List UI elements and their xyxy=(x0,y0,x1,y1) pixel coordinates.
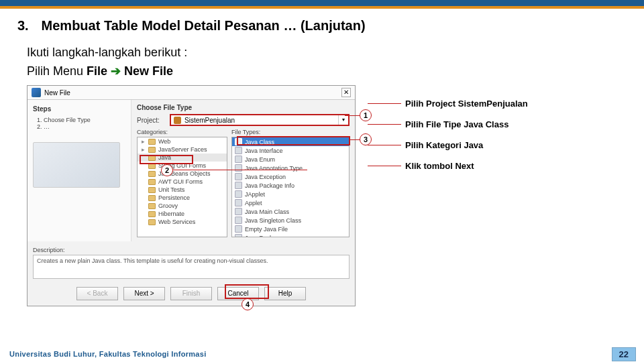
project-label: Project: xyxy=(137,117,167,124)
filetype-java-class: Java Class xyxy=(232,137,349,146)
filetype-item: Java Interface xyxy=(232,146,349,155)
back-button[interactable]: < Back xyxy=(76,287,118,300)
callout-1-text: Pilih Project SistemPenjualan xyxy=(405,99,528,109)
filetype-item: Java Exception xyxy=(232,172,349,181)
connector-2a xyxy=(173,170,307,170)
marker-2: 2 xyxy=(161,164,173,176)
new-file-dialog: New File ✕ Steps Choose File Type … xyxy=(27,85,356,306)
category-item: Hibernate xyxy=(138,210,227,218)
slide-heading: 3. Membuat Table Model Detail Pesanan … … xyxy=(17,18,627,34)
callout-line xyxy=(368,103,401,104)
callout-line xyxy=(368,124,401,125)
description-label: Description: xyxy=(33,247,350,253)
category-item: Groovy xyxy=(138,202,227,210)
step-1: Choose File Type xyxy=(44,117,125,123)
category-item: Web Services xyxy=(138,218,227,226)
project-value: SistemPenjualan xyxy=(184,117,235,124)
cancel-button[interactable]: Cancel xyxy=(217,287,259,300)
intro2-prefix: Pilih Menu xyxy=(27,64,87,78)
dialog-wrapper: New File ✕ Steps Choose File Type … xyxy=(27,85,356,306)
project-icon xyxy=(174,117,181,124)
filetype-item: Java Main Class xyxy=(232,207,349,216)
chevron-down-icon: ▾ xyxy=(338,115,347,125)
arrow-icon: ➔ xyxy=(111,64,121,78)
category-item: AWT GUI Forms xyxy=(138,178,227,186)
wizard-steps-panel: Steps Choose File Type … xyxy=(28,100,131,241)
page-number-badge: 22 xyxy=(612,347,636,361)
connector-1 xyxy=(345,115,361,116)
filetype-item: Java Enum xyxy=(232,155,349,164)
next-button[interactable]: Next > xyxy=(123,287,165,300)
filetypes-label: File Types: xyxy=(231,129,350,135)
filetype-item: Java Package xyxy=(232,233,349,237)
filetype-item: Empty Java File xyxy=(232,225,349,233)
close-icon[interactable]: ✕ xyxy=(341,88,351,97)
description-text: Creates a new plain Java class. This tem… xyxy=(33,255,350,279)
intro2-bold-file: File xyxy=(87,64,107,78)
slide-content: 3. Membuat Table Model Detail Pesanan … … xyxy=(0,9,644,306)
intro2-bold-newfile: New File xyxy=(124,64,173,78)
project-select[interactable]: SistemPenjualan ▾ xyxy=(170,114,350,126)
filetypes-listbox[interactable]: Java Class Java Interface Java Enum Java… xyxy=(231,137,350,237)
filetype-item: Java Annotation Type xyxy=(232,164,349,172)
category-item: JavaBeans Objects xyxy=(138,170,227,178)
category-item: Unit Tests xyxy=(138,186,227,194)
dialog-title-text: New File xyxy=(44,89,70,97)
callout-3: Pilih Kategori Java xyxy=(368,140,609,150)
choose-title: Choose File Type xyxy=(137,104,350,111)
callout-2-text: Pilih File Tipe Java Class xyxy=(405,119,508,129)
category-item: Persistence xyxy=(138,194,227,202)
callout-3-text: Pilih Kategori Java xyxy=(405,140,483,150)
callout-4-text: Klik tombol Next xyxy=(405,161,474,171)
categories-label: Categories: xyxy=(137,129,227,135)
steps-heading: Steps xyxy=(33,105,125,113)
step-2: … xyxy=(44,123,125,130)
marker-4: 4 xyxy=(241,298,254,310)
dialog-titlebar: New File ✕ xyxy=(28,86,355,100)
heading-number: 3. xyxy=(17,18,38,34)
marker-1: 1 xyxy=(360,109,372,121)
wizard-decor-image xyxy=(33,142,120,188)
filetype-item: Java Singleton Class xyxy=(232,216,349,225)
category-item: Swing GUI Forms xyxy=(138,162,227,170)
intro-line-2: Pilih Menu File ➔ New File xyxy=(27,64,627,78)
slide-top-bar xyxy=(0,0,644,9)
callout-1: Pilih Project SistemPenjualan xyxy=(368,99,609,109)
category-item: ▸JavaServer Faces xyxy=(138,145,227,154)
callout-2: Pilih File Tipe Java Class xyxy=(368,119,609,129)
filetype-item: Java Package Info xyxy=(232,181,349,190)
filetype-item: Applet xyxy=(232,198,349,207)
intro-line-1: Ikuti langkah-langkah berikut : xyxy=(27,46,627,60)
categories-listbox[interactable]: ▸Web ▸JavaServer Faces Java Swing GUI Fo… xyxy=(137,137,227,237)
callout-line xyxy=(368,145,401,145)
heading-title: Membuat Table Model Detail Pesanan … (La… xyxy=(42,18,366,33)
finish-button[interactable]: Finish xyxy=(170,287,212,300)
category-item: ▸Web xyxy=(138,137,227,145)
footer-text: Universitas Budi Luhur, Fakultas Teknolo… xyxy=(9,350,207,358)
marker-3: 3 xyxy=(360,133,372,145)
filetype-item: JApplet xyxy=(232,190,349,198)
netbeans-icon xyxy=(32,88,41,97)
callout-line xyxy=(368,166,401,166)
help-button[interactable]: Help xyxy=(264,287,306,300)
callout-4: Klik tombol Next xyxy=(368,161,609,171)
callouts-panel: Pilih Project SistemPenjualan Pilih File… xyxy=(368,85,609,306)
slide-footer: Universitas Budi Luhur, Fakultas Teknolo… xyxy=(0,346,644,362)
category-item-java: Java xyxy=(138,154,227,162)
